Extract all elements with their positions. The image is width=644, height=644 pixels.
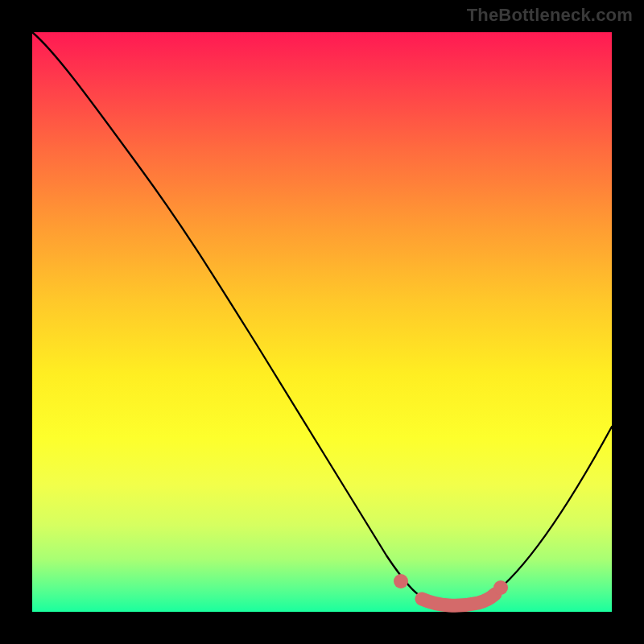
flat-band-dot-start (394, 574, 408, 588)
flat-band-dot-end (493, 580, 508, 595)
watermark-text: TheBottleneck.com (467, 5, 633, 26)
optimal-flat-band (422, 594, 495, 605)
chart-plot-area (32, 32, 612, 612)
bottleneck-curve (32, 32, 612, 606)
chart-svg (32, 32, 612, 612)
